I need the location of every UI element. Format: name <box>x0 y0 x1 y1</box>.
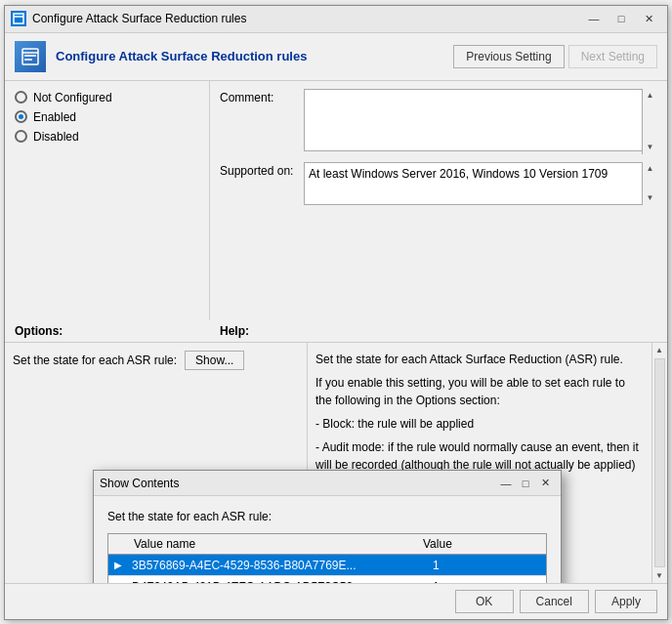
scroll-up-arrow[interactable]: ▲ <box>644 89 657 103</box>
table-header: Value name Value <box>108 534 546 555</box>
col-value-name: Value name <box>134 537 423 551</box>
dialog-subtitle: Set the state for each ASR rule: <box>107 510 547 523</box>
supported-scrollbar: ▲ ▼ <box>642 162 657 205</box>
options-header: Options: <box>15 324 220 338</box>
row-arrow-icon: ▶ <box>108 560 128 570</box>
close-button[interactable]: ✕ <box>636 9 661 28</box>
window-title: Configure Attack Surface Reduction rules <box>32 12 581 25</box>
enabled-radio[interactable] <box>15 110 27 123</box>
col-value: Value <box>423 537 540 551</box>
dialog-maximize-button[interactable]: □ <box>516 475 535 492</box>
bottom-section: Set the state for each ASR rule: Show...… <box>5 342 667 583</box>
comment-label: Comment: <box>220 89 298 104</box>
comment-input[interactable] <box>304 89 657 151</box>
window-footer: OK Cancel Apply <box>5 583 667 619</box>
cancel-button[interactable]: Cancel <box>520 590 589 613</box>
asr-table: Value name Value ▶ 3B576869-A4EC-4529-85… <box>107 533 547 583</box>
enabled-option[interactable]: Enabled <box>15 110 199 124</box>
enabled-label: Enabled <box>33 110 76 124</box>
row-name-1[interactable]: 3B576869-A4EC-4529-8536-B80A7769E... <box>128 557 429 574</box>
supported-container: At least Windows Server 2016, Windows 10… <box>304 162 657 205</box>
next-setting-button[interactable]: Next Setting <box>568 45 657 68</box>
dialog-overlay: Show Contents — □ ✕ Set the state for ea… <box>5 343 667 583</box>
dialog-content: Set the state for each ASR rule: Value n… <box>94 496 561 583</box>
section-headers: Options: Help: <box>5 320 667 342</box>
not-configured-option[interactable]: Not Configured <box>15 91 199 104</box>
comment-row: Comment: ▲ ▼ <box>220 89 657 154</box>
dialog-minimize-button[interactable]: — <box>496 475 516 492</box>
scroll-down-arrow[interactable]: ▼ <box>644 141 657 154</box>
disabled-label: Disabled <box>33 130 79 144</box>
dialog-title-bar: Show Contents — □ ✕ <box>94 471 561 496</box>
comment-scrollbar: ▲ ▼ <box>642 89 657 154</box>
table-row[interactable]: D4F940AB-401B-4EFC-AADC-AD5F3C50... 1 <box>108 576 546 583</box>
header-icon <box>15 41 46 72</box>
window-icon <box>11 11 26 26</box>
supported-scroll-down[interactable]: ▼ <box>644 191 657 205</box>
right-panel: Comment: ▲ ▼ Supported on: At least Wind… <box>210 81 667 321</box>
not-configured-label: Not Configured <box>33 91 112 104</box>
row-value-2[interactable]: 1 <box>429 578 546 583</box>
disabled-option[interactable]: Disabled <box>15 130 199 144</box>
svg-rect-5 <box>24 59 32 61</box>
title-bar-controls: — □ ✕ <box>581 9 661 28</box>
row-value-1[interactable]: 1 <box>429 557 546 574</box>
dialog-close-button[interactable]: ✕ <box>535 475 555 492</box>
help-header: Help: <box>220 324 657 338</box>
not-configured-radio[interactable] <box>15 91 27 104</box>
svg-rect-4 <box>24 55 36 57</box>
main-window: Configure Attack Surface Reduction rules… <box>4 5 668 620</box>
minimize-button[interactable]: — <box>581 9 607 28</box>
title-bar: Configure Attack Surface Reduction rules… <box>5 6 667 33</box>
content-area: Not Configured Enabled Disabled Comment:… <box>5 81 667 321</box>
header-title: Configure Attack Surface Reduction rules <box>56 49 443 63</box>
svg-rect-0 <box>14 14 23 23</box>
header-area: Configure Attack Surface Reduction rules… <box>5 33 667 81</box>
disabled-radio[interactable] <box>15 130 27 143</box>
table-body: ▶ 3B576869-A4EC-4529-8536-B80A7769E... 1… <box>108 555 546 583</box>
maximize-button[interactable]: □ <box>609 9 634 28</box>
dialog-title-text: Show Contents <box>100 477 496 490</box>
previous-setting-button[interactable]: Previous Setting <box>453 45 564 68</box>
comment-container: ▲ ▼ <box>304 89 657 154</box>
apply-button[interactable]: Apply <box>595 590 657 613</box>
supported-text: At least Windows Server 2016, Windows 10… <box>309 167 608 181</box>
supported-label: Supported on: <box>220 162 298 178</box>
supported-value: At least Windows Server 2016, Windows 10… <box>304 162 657 205</box>
header-buttons: Previous Setting Next Setting <box>453 45 657 68</box>
supported-row: Supported on: At least Windows Server 20… <box>220 162 657 205</box>
table-row[interactable]: ▶ 3B576869-A4EC-4529-8536-B80A7769E... 1 <box>108 555 546 576</box>
show-contents-dialog: Show Contents — □ ✕ Set the state for ea… <box>93 470 562 583</box>
row-name-2[interactable]: D4F940AB-401B-4EFC-AADC-AD5F3C50... <box>128 578 429 583</box>
supported-scroll-up[interactable]: ▲ <box>644 162 657 176</box>
ok-button[interactable]: OK <box>455 590 514 613</box>
left-panel: Not Configured Enabled Disabled <box>5 81 210 321</box>
